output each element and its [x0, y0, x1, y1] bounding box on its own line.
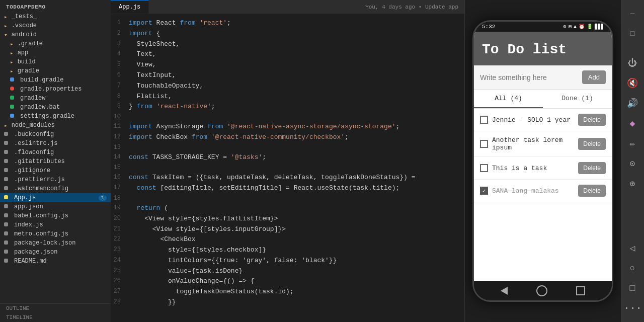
- delete-task-button[interactable]: Delete: [578, 114, 606, 126]
- sidebar-item-gradle2[interactable]: ▸ gradle: [0, 66, 111, 75]
- more-options-icon[interactable]: ···: [623, 299, 642, 318]
- volume-off-icon[interactable]: 🔇: [623, 73, 642, 93]
- code-line: 4 Text,: [111, 49, 464, 60]
- sidebar-item-gradle-properties[interactable]: gradle.properties: [0, 85, 111, 94]
- line-number: 26: [111, 276, 129, 287]
- code-line: 11import AsyncStorage from '@react-nativ…: [111, 122, 464, 132]
- file-icon-gradle: ▸: [10, 41, 14, 47]
- sidebar-item-metro-config[interactable]: metro.config.js: [0, 229, 111, 238]
- sidebar-item-app[interactable]: ▸ app: [0, 48, 111, 57]
- sidebar-label-vscode: .vscode: [12, 22, 37, 29]
- code-editor: App.js You, 4 days ago • Update app 1imp…: [111, 0, 465, 322]
- sidebar-item-babel-config[interactable]: babel.config.js: [0, 211, 111, 220]
- sidebar-label-app: app: [18, 49, 29, 56]
- sidebar-item-tests[interactable]: ▸ _tests_: [0, 12, 111, 21]
- back-nav-button[interactable]: [501, 287, 508, 295]
- recent-nav-icon[interactable]: □: [623, 279, 642, 298]
- file-icon-android: ▾: [4, 32, 8, 38]
- line-number: 22: [111, 234, 129, 245]
- code-line: 1import React from 'react';: [111, 18, 464, 29]
- code-line: 8 FlatList,: [111, 92, 464, 102]
- code-line: 7 TouchableOpacity,: [111, 81, 464, 92]
- task-checkbox[interactable]: ✓: [480, 187, 488, 195]
- back-nav-icon[interactable]: ◁: [623, 238, 642, 258]
- file-icon-eslintrc: [4, 140, 10, 146]
- sidebar-label-tests: _tests_: [12, 13, 37, 20]
- sidebar-item-package-lock[interactable]: package-lock.json: [0, 238, 111, 248]
- tab-appjs[interactable]: App.js: [111, 0, 149, 14]
- task-checkbox[interactable]: [480, 140, 488, 148]
- sidebar-item-eslintrc[interactable]: .eslintrc.js: [0, 139, 111, 148]
- sidebar-item-appjson[interactable]: app.json: [0, 202, 111, 211]
- code-line: 10: [111, 112, 464, 122]
- delete-task-button[interactable]: Delete: [578, 138, 606, 150]
- sidebar-item-android[interactable]: ▾ android: [0, 30, 111, 39]
- line-content: <CheckBox: [129, 234, 196, 245]
- close-button[interactable]: —: [623, 4, 642, 23]
- line-content: StyleSheet,: [129, 39, 180, 50]
- sidebar-item-watchmanconfig[interactable]: .watchmanconfig: [0, 184, 111, 193]
- line-content: return (: [129, 203, 168, 214]
- edit-pencil-icon[interactable]: ✏: [623, 134, 642, 153]
- sidebar-item-gradlew-bat[interactable]: gradlew.bat: [0, 103, 111, 112]
- sidebar-item-node-modules[interactable]: ▸ node_modules: [0, 121, 111, 130]
- sidebar-label-gradle: .gradle: [18, 40, 43, 47]
- sidebar-label-gradle2: gradle: [18, 67, 39, 74]
- line-content: TouchableOpacity,: [129, 81, 203, 92]
- line-content: import CheckBox from '@react-native-comm…: [129, 132, 349, 143]
- sidebar-item-buckconfig[interactable]: .buckconfig: [0, 130, 111, 139]
- line-content: const [editingTitle, setEditingTitle] = …: [129, 183, 399, 194]
- sidebar-item-indexjs[interactable]: index.js: [0, 220, 111, 229]
- recent-nav-button[interactable]: [576, 286, 585, 295]
- code-line: 13: [111, 143, 464, 152]
- sidebar-item-gitattributes[interactable]: .gitattributes: [0, 157, 111, 166]
- line-content: onValueChange={() => {: [129, 276, 255, 287]
- line-content: style={[styles.checkbox]}: [129, 245, 266, 256]
- file-icon-node-modules: ▸: [4, 122, 8, 129]
- sidebar-item-gradlew[interactable]: gradlew: [0, 94, 111, 103]
- sidebar-item-readme[interactable]: README.md: [0, 257, 111, 266]
- sidebar-item-build[interactable]: ▸ build: [0, 57, 111, 66]
- sidebar-label-flowconfig: .flowconfig: [14, 149, 54, 156]
- line-number: 2: [111, 29, 129, 39]
- maximize-button[interactable]: □: [623, 24, 642, 43]
- tab-all[interactable]: All (4): [474, 90, 543, 108]
- timeline-section[interactable]: TIMELINE: [0, 313, 111, 322]
- code-line: 2import {: [111, 29, 464, 39]
- sidebar-item-flowconfig[interactable]: .flowconfig: [0, 148, 111, 157]
- line-number: 19: [111, 203, 129, 214]
- code-line: 22 <CheckBox: [111, 234, 464, 245]
- line-number: 24: [111, 256, 129, 266]
- line-number: 10: [111, 112, 129, 122]
- delete-task-button[interactable]: Delete: [578, 185, 606, 197]
- sidebar-item-vscode[interactable]: ▸ .vscode: [0, 21, 111, 30]
- home-nav-button[interactable]: [536, 285, 547, 296]
- home-nav-icon[interactable]: ○: [623, 259, 642, 278]
- line-content: value={task.isDone}: [129, 266, 243, 277]
- sidebar-item-build-gradle[interactable]: build.gradle: [0, 75, 111, 85]
- sidebar-label-package-lock: package-lock.json: [14, 239, 75, 247]
- outline-section[interactable]: OUTLINE: [0, 304, 111, 313]
- diamond-icon[interactable]: ◆: [623, 114, 642, 133]
- camera-icon[interactable]: ⊙: [623, 154, 642, 173]
- task-input[interactable]: [480, 73, 578, 82]
- sidebar-item-settings-gradle[interactable]: settings.gradle: [0, 112, 111, 121]
- task-row: Another task lorem ipsumDelete: [474, 131, 612, 157]
- tab-done[interactable]: Done (1): [543, 90, 612, 108]
- task-checkbox[interactable]: [480, 164, 488, 172]
- task-checkbox[interactable]: [480, 116, 488, 124]
- line-content: }}: [129, 297, 176, 308]
- add-task-button[interactable]: Add: [582, 70, 606, 84]
- sidebar-item-gitignore[interactable]: .gitignore: [0, 166, 111, 175]
- power-icon[interactable]: ⏻: [623, 53, 642, 72]
- sidebar-item-package-json[interactable]: package.json: [0, 248, 111, 257]
- sidebar-label-buckconfig: .buckconfig: [14, 131, 54, 138]
- sidebar-item-appjs[interactable]: App.js1: [0, 193, 111, 202]
- sidebar-item-gradle[interactable]: ▸ .gradle: [0, 39, 111, 48]
- sidebar-label-gitattributes: .gitattributes: [14, 158, 65, 165]
- sidebar-item-prettierrc[interactable]: .prettierrc.js: [0, 175, 111, 184]
- search-zoom-icon[interactable]: ⊕: [623, 174, 642, 193]
- sidebar-label-appjson: app.json: [14, 203, 43, 210]
- volume-up-icon[interactable]: 🔊: [623, 94, 642, 113]
- delete-task-button[interactable]: Delete: [578, 162, 606, 174]
